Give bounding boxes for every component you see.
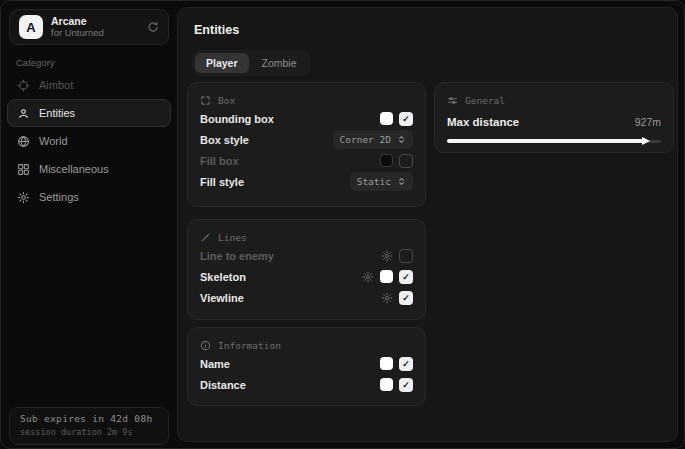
chevrons-up-down-icon [397,135,406,144]
dropdown-value: Static [357,176,391,187]
page-title: Entities [194,23,239,37]
dropdown-value: Corner 2D [340,134,391,145]
chevrons-up-down-icon [397,177,406,186]
section-title: General [465,95,505,106]
fill-box-checkbox[interactable] [399,154,413,168]
sidebar-item-world[interactable]: World [7,127,171,155]
row-label: Fill style [200,176,244,188]
category-label: Category [16,57,55,68]
app-window: A Arcane for Unturned Category Aimbot [0,0,685,449]
entities-icon [17,107,30,120]
subscription-card: Sub expires in 42d 08h session duration … [9,407,169,445]
app-name: Arcane [51,16,139,28]
row-settings-gear-icon[interactable] [381,292,393,304]
row-label: Bounding box [200,113,274,125]
color-swatch[interactable] [380,112,393,125]
sidebar-item-label: Entities [39,107,75,119]
bounding-box-checkbox[interactable]: ✓ [399,112,413,126]
sync-icon[interactable] [147,21,159,33]
slider-thumb[interactable] [642,137,650,145]
sidebar-item-miscellaneous[interactable]: Miscellaneous [7,155,171,183]
sidebar-item-settings[interactable]: Settings [7,183,171,211]
sidebar-item-aimbot[interactable]: Aimbot [7,71,171,99]
row-settings-gear-icon[interactable] [362,271,374,283]
app-subtitle: for Unturned [51,28,139,38]
app-logo: A [19,15,43,39]
gear-icon [17,191,30,204]
grid-icon [17,163,30,176]
skeleton-checkbox[interactable]: ✓ [399,270,413,284]
session-duration-text: session duration 2m 9s [20,427,158,437]
row-label: Name [200,358,230,370]
fill-style-dropdown[interactable]: Static [350,172,413,191]
box-icon [200,95,211,106]
slider-value: 927m [635,116,661,128]
color-swatch[interactable] [380,270,393,283]
row-label: Distance [200,379,246,391]
sidebar-item-label: Aimbot [39,79,73,91]
row-label: Fill box [200,155,239,167]
viewline-checkbox[interactable]: ✓ [399,291,413,305]
sidebar: A Arcane for Unturned Category Aimbot [1,1,177,448]
color-swatch[interactable] [380,378,393,391]
box-section: Box Bounding box ✓ Box style Corner 2D [187,82,426,207]
sidebar-item-label: Settings [39,191,79,203]
information-section: Information Name ✓ Distance ✓ [187,327,426,406]
line-to-enemy-checkbox[interactable] [399,249,413,263]
color-swatch[interactable] [380,154,393,167]
app-logo-card: A Arcane for Unturned [9,9,169,45]
box-style-dropdown[interactable]: Corner 2D [333,130,413,149]
row-label: Viewline [200,292,244,304]
globe-icon [17,135,30,148]
sidebar-item-label: Miscellaneous [39,163,109,175]
slider-label: Max distance [447,116,519,128]
sliders-icon [447,95,458,106]
distance-checkbox[interactable]: ✓ [399,378,413,392]
sidebar-item-entities[interactable]: Entities [7,99,171,127]
name-checkbox[interactable]: ✓ [399,357,413,371]
info-icon [200,340,211,351]
row-settings-gear-icon[interactable] [381,250,393,262]
row-label: Line to enemy [200,250,274,262]
entity-tabs: Player Zombie [192,50,311,76]
crosshair-icon [17,79,30,92]
slider-fill [447,139,644,143]
section-title: Box [218,95,235,106]
lines-section: Lines Line to enemy Skeleton [187,219,426,320]
row-label: Skeleton [200,271,246,283]
line-icon [200,232,211,243]
section-title: Lines [218,232,247,243]
color-swatch[interactable] [380,357,393,370]
sidebar-nav: Aimbot Entities World Miscellaneous [7,71,171,211]
section-title: Information [218,340,281,351]
max-distance-slider[interactable] [447,137,661,145]
tab-zombie[interactable]: Zombie [251,53,308,73]
sub-expires-text: Sub expires in 42d 08h [20,413,158,424]
general-section: General Max distance 927m [434,82,674,153]
sidebar-item-label: World [39,135,68,147]
row-label: Box style [200,134,249,146]
main-panel: Entities Player Zombie Box Bounding box … [177,7,678,442]
tab-player[interactable]: Player [195,53,249,73]
